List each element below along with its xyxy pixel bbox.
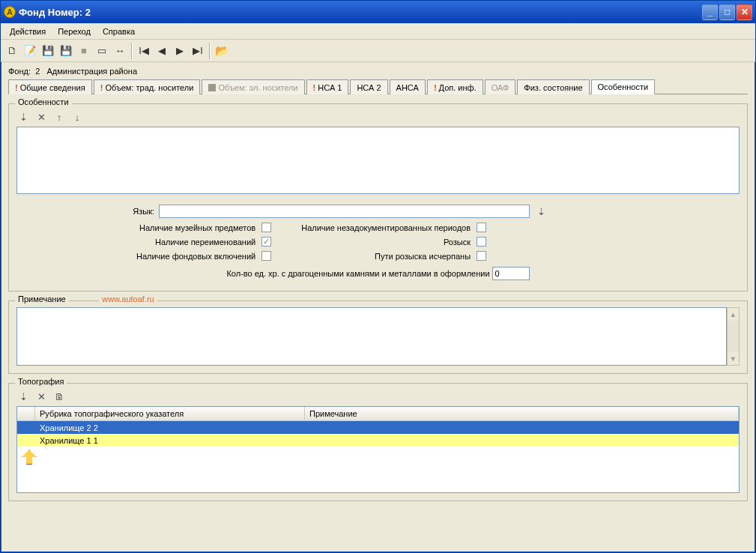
tab-features[interactable]: Особенности — [591, 79, 656, 94]
tab-body: Особенности ⇣ ✕ ↑ ↓ Язык: ⇣ Наличие музе… — [8, 94, 748, 545]
undoc-label: Наличие незадокументированных периодов — [301, 223, 471, 232]
window: А Фонд Номер: 2 _ □ ✕ Действия Переход С… — [0, 0, 756, 553]
table-header: Рубрика топографического указателя Приме… — [17, 407, 739, 421]
titlebar[interactable]: А Фонд Номер: 2 _ □ ✕ — [1, 1, 755, 23]
square-icon — [208, 84, 216, 91]
col-note[interactable]: Примечание — [305, 407, 739, 420]
breadcrumb-prefix: Фонд: — [8, 67, 31, 76]
gems-count-input[interactable]: 0 — [492, 267, 530, 280]
museum-label: Наличие музейных предметов — [139, 223, 255, 232]
features-legend: Особенности — [15, 97, 72, 106]
breadcrumb-name: Администрация района — [46, 67, 137, 76]
features-group: Особенности ⇣ ✕ ↑ ↓ Язык: ⇣ Наличие музе… — [8, 103, 748, 291]
anchor-down-icon[interactable]: ⇣ — [16, 110, 30, 124]
note-textarea[interactable] — [16, 307, 727, 366]
tab-vol-trad[interactable]: !Объем: трад. носители — [94, 79, 201, 94]
checkbox-block: Наличие музейных предметов Наличие переи… — [16, 223, 740, 261]
app-icon: А — [4, 6, 16, 18]
save-button: 💾 — [40, 43, 56, 59]
inclusions-checkbox[interactable] — [261, 251, 271, 261]
topography-group: Топография ⇣ ✕ 🗎 Рубрика топографическог… — [8, 383, 748, 501]
exclamation-icon: ! — [434, 83, 437, 92]
row-marker-header — [17, 407, 35, 420]
exclamation-icon: ! — [15, 83, 18, 92]
last-button[interactable]: ▶I — [190, 43, 206, 59]
tab-general[interactable]: !Общие сведения — [8, 79, 92, 94]
up-arrow-icon[interactable] — [17, 447, 739, 469]
tab-phys[interactable]: Физ. состояние — [517, 79, 589, 94]
exclamation-icon: ! — [313, 83, 316, 92]
undoc-checkbox[interactable] — [477, 223, 486, 232]
col-rubric[interactable]: Рубрика топографического указателя — [35, 407, 305, 420]
tab-addinfo[interactable]: !Доп. инф. — [427, 79, 483, 94]
topography-legend: Топография — [15, 377, 67, 386]
exclamation-icon: ! — [100, 83, 103, 92]
language-label: Язык: — [16, 207, 159, 216]
note-scrollbar[interactable]: ▲ ▼ — [727, 307, 740, 366]
tab-nsa1[interactable]: !НСА 1 — [306, 79, 349, 94]
tab-nsa2[interactable]: НСА 2 — [350, 79, 387, 94]
row-marker — [17, 440, 35, 441]
toolbar-separator — [131, 43, 133, 59]
anchor-down-icon[interactable]: ⇣ — [534, 205, 548, 218]
maximize-button[interactable]: □ — [719, 4, 735, 20]
arrow-down-icon[interactable]: ↓ — [70, 110, 84, 124]
gems-count-label: Кол-во ед. хр. с драгоценными камнями и … — [226, 269, 489, 278]
new-button[interactable]: 🗋 — [4, 43, 20, 59]
search-checkbox[interactable] — [477, 237, 486, 247]
features-textarea[interactable] — [16, 127, 740, 194]
toolbar-separator — [209, 43, 211, 59]
tab-oaf[interactable]: ОАФ — [485, 79, 516, 94]
document-icon[interactable]: 🗎 — [52, 390, 66, 403]
tabs: !Общие сведения !Объем: трад. носители О… — [8, 79, 748, 94]
first-button[interactable]: I◀ — [136, 43, 152, 59]
breadcrumb-number: 2 — [35, 67, 40, 76]
topography-table: Рубрика топографического указателя Приме… — [16, 406, 740, 493]
menu-goto[interactable]: Переход — [52, 25, 97, 37]
tab-vol-el[interactable]: Объем: эл. носители — [202, 79, 304, 94]
saveall-button: 💾 — [58, 43, 74, 59]
toolbar: 🗋 📝 💾 💾 ■ ▭ ↔ I◀ ◀ ▶ ▶I 📂 — [1, 40, 755, 62]
open-folder-button[interactable]: 📂 — [214, 43, 230, 59]
menubar: Действия Переход Справка — [1, 23, 755, 40]
inclusions-label: Наличие фондовых включений — [136, 252, 255, 261]
row-marker — [17, 427, 35, 429]
next-button[interactable]: ▶ — [172, 43, 188, 59]
close-button[interactable]: ✕ — [737, 4, 752, 20]
width-button[interactable]: ↔ — [112, 43, 128, 59]
note-group: Примечание www.autoaf.ru ▲ ▼ — [8, 300, 748, 374]
stop-button: ■ — [76, 43, 92, 59]
menu-actions[interactable]: Действия — [4, 25, 52, 37]
window-title: Фонд Номер: 2 — [19, 7, 702, 18]
tab-ansa[interactable]: АНСА — [390, 79, 426, 94]
arrow-up-icon[interactable]: ↑ — [52, 110, 66, 124]
delete-icon[interactable]: ✕ — [34, 110, 48, 124]
minimize-button[interactable]: _ — [702, 4, 718, 20]
form-button[interactable]: ▭ — [94, 43, 110, 59]
exhausted-label: Пути розыска исчерпаны — [375, 252, 471, 261]
watermark-text: www.autoaf.ru — [99, 294, 157, 303]
delete-icon[interactable]: ✕ — [34, 390, 48, 403]
renames-label: Наличие переименований — [155, 238, 255, 247]
edit-button[interactable]: 📝 — [22, 43, 38, 59]
language-input[interactable] — [159, 205, 530, 218]
scroll-down-icon[interactable]: ▼ — [728, 352, 739, 365]
museum-checkbox[interactable] — [261, 223, 271, 232]
anchor-down-icon[interactable]: ⇣ — [16, 390, 30, 403]
renames-checkbox[interactable] — [261, 237, 271, 247]
note-legend: Примечание — [15, 294, 69, 303]
search-label: Розыск — [444, 238, 471, 247]
features-toolbar: ⇣ ✕ ↑ ↓ — [16, 110, 740, 124]
content: Фонд: 2 Администрация района !Общие свед… — [1, 62, 755, 552]
prev-button[interactable]: ◀ — [154, 43, 170, 59]
breadcrumb: Фонд: 2 Администрация района — [8, 67, 748, 76]
menu-help[interactable]: Справка — [97, 25, 141, 37]
cell-rubric: Хранилище 2 2 — [35, 423, 103, 433]
cell-rubric: Хранилище 1 1 — [35, 435, 103, 446]
table-row[interactable]: Хранилище 2 2 — [17, 421, 739, 434]
topography-toolbar: ⇣ ✕ 🗎 — [16, 390, 740, 403]
table-row[interactable]: Хранилище 1 1 — [17, 434, 739, 447]
exhausted-checkbox[interactable] — [477, 251, 486, 261]
scroll-up-icon[interactable]: ▲ — [728, 308, 739, 321]
